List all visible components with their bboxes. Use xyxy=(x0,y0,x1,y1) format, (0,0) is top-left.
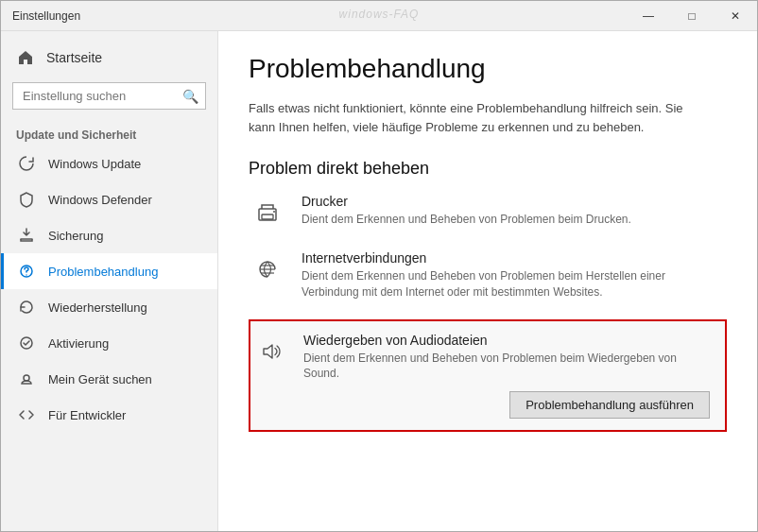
windows-update-icon xyxy=(16,153,37,174)
internetverbindungen-icon xyxy=(249,250,286,288)
run-troubleshooter-button[interactable]: Problembehandlung ausführen xyxy=(509,391,710,419)
sidebar-item-label: Sicherung xyxy=(48,229,104,243)
drucker-text: Drucker Dient dem Erkennen und Beheben v… xyxy=(301,194,631,228)
fur-entwickler-icon xyxy=(16,404,37,425)
audio-title: Wiedergeben von Audiodateien xyxy=(303,333,710,348)
sidebar-item-label: Mein Gerät suchen xyxy=(48,372,152,386)
wiederherstellung-icon xyxy=(16,297,37,317)
content-area: Problembehandlung Falls etwas nicht funk… xyxy=(218,31,757,531)
search-input[interactable] xyxy=(12,82,206,110)
sidebar: Startseite 🔍 Update und Sicherheit Windo… xyxy=(1,31,218,531)
sidebar-item-windows-defender[interactable]: Windows Defender xyxy=(1,181,217,217)
sidebar-section-label: Update und Sicherheit xyxy=(1,121,217,146)
search-icon: 🔍 xyxy=(182,89,198,104)
sidebar-item-fur-entwickler[interactable]: Für Entwickler xyxy=(1,397,217,433)
windows-defender-icon xyxy=(16,189,37,210)
item-drucker[interactable]: Drucker Dient dem Erkennen und Beheben v… xyxy=(249,194,727,232)
watermark: windows-FAQ xyxy=(339,8,420,21)
sidebar-item-windows-update[interactable]: Windows Update xyxy=(1,146,217,181)
audio-text: Wiedergeben von Audiodateien Dient dem E… xyxy=(303,333,710,383)
audio-footer: Problembehandlung ausführen xyxy=(250,382,712,419)
section-title: Problem direkt beheben xyxy=(249,159,727,179)
audio-desc: Dient dem Erkennen und Beheben von Probl… xyxy=(303,351,710,383)
item-internetverbindungen[interactable]: Internetverbindungen Dient dem Erkennen … xyxy=(249,250,727,300)
maximize-button[interactable]: □ xyxy=(670,1,714,31)
sidebar-item-label: Windows Update xyxy=(48,157,141,171)
sidebar-item-label: Problembehandlung xyxy=(48,265,158,279)
minimize-button[interactable]: — xyxy=(627,1,670,31)
page-title: Problembehandlung xyxy=(249,54,727,84)
internetverbindungen-title: Internetverbindungen xyxy=(301,250,708,266)
drucker-title: Drucker xyxy=(301,194,631,209)
svg-point-3 xyxy=(24,375,29,381)
audio-icon xyxy=(250,333,288,370)
sidebar-item-home[interactable]: Startseite xyxy=(1,41,217,75)
search-box: 🔍 xyxy=(12,82,206,110)
mein-gerat-icon xyxy=(16,369,37,389)
internetverbindungen-text: Internetverbindungen Dient dem Erkennen … xyxy=(301,250,708,300)
item-audio-highlighted[interactable]: Wiedergeben von Audiodateien Dient dem E… xyxy=(249,319,727,433)
titlebar: Einstellungen windows-FAQ — □ ✕ xyxy=(1,1,757,31)
main-content: Startseite 🔍 Update und Sicherheit Windo… xyxy=(1,31,757,531)
sidebar-item-mein-gerat[interactable]: Mein Gerät suchen xyxy=(1,361,217,397)
svg-point-1 xyxy=(26,274,26,275)
audio-row: Wiedergeben von Audiodateien Dient dem E… xyxy=(250,333,712,383)
sidebar-item-label: Wiederherstellung xyxy=(48,300,147,315)
drucker-icon xyxy=(249,194,286,232)
sidebar-item-aktivierung[interactable]: Aktivierung xyxy=(1,325,217,361)
svg-rect-5 xyxy=(262,215,273,219)
sidebar-item-label: Aktivierung xyxy=(48,336,109,351)
drucker-desc: Dient dem Erkennen und Beheben von Probl… xyxy=(301,212,631,228)
close-button[interactable]: ✕ xyxy=(714,1,757,31)
window-title: Einstellungen xyxy=(12,9,80,23)
window: Einstellungen windows-FAQ — □ ✕ Startsei… xyxy=(0,0,758,532)
sidebar-item-wiederherstellung[interactable]: Wiederherstellung xyxy=(1,289,217,325)
sidebar-item-problembehandlung[interactable]: Problembehandlung xyxy=(1,253,217,289)
problembehandlung-icon xyxy=(16,261,37,282)
aktivierung-icon xyxy=(16,333,37,353)
home-icon xyxy=(16,48,35,67)
home-label: Startseite xyxy=(46,50,102,65)
window-controls: — □ ✕ xyxy=(627,1,757,30)
internetverbindungen-desc: Dient dem Erkennen und Beheben von Probl… xyxy=(301,268,708,300)
page-description: Falls etwas nicht funktioniert, könnte e… xyxy=(249,99,702,136)
sicherung-icon xyxy=(16,225,37,246)
svg-point-6 xyxy=(273,211,275,213)
sidebar-item-label: Für Entwickler xyxy=(48,408,126,422)
sidebar-item-sicherung[interactable]: Sicherung xyxy=(1,217,217,253)
sidebar-item-label: Windows Defender xyxy=(48,193,152,207)
